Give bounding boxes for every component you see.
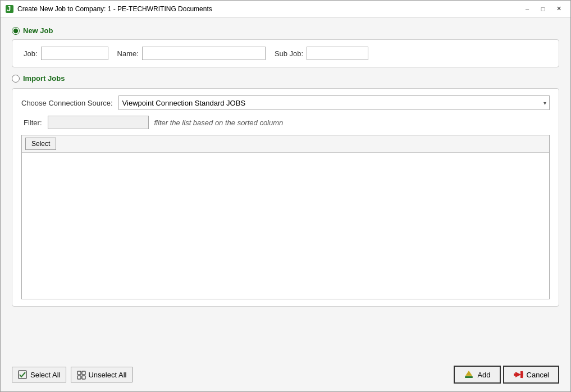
new-job-radio[interactable] [12, 27, 20, 35]
new-job-label: New Job [23, 26, 53, 35]
svg-rect-3 [77, 371, 81, 375]
minimize-button[interactable]: – [520, 3, 535, 15]
unselect-all-button[interactable]: Unselect All [71, 367, 133, 382]
main-window: J Create New Job to Company: 1 - PE-TECH… [0, 0, 571, 392]
window-title: Create New Job to Company: 1 - PE-TECHWR… [17, 5, 212, 13]
bottom-bar: Select All Unselect All [1, 360, 570, 391]
select-all-icon [18, 370, 27, 379]
select-all-button[interactable]: Select All [12, 367, 66, 382]
bottom-left-buttons: Select All Unselect All [12, 367, 133, 382]
subjob-label: Sub Job: [275, 49, 303, 58]
cancel-label: Cancel [527, 371, 549, 379]
svg-rect-4 [82, 371, 85, 375]
job-field-group: Job: [24, 47, 108, 60]
svg-rect-7 [465, 376, 473, 378]
svg-rect-6 [82, 376, 85, 379]
select-all-label: Select All [30, 371, 60, 379]
list-header: Select [22, 135, 549, 153]
svg-text:J: J [7, 4, 11, 13]
name-input[interactable] [142, 47, 266, 60]
new-job-radio-label[interactable]: New Job [12, 26, 559, 35]
new-job-section: New Job Job: Name: Sub Job: [12, 26, 559, 67]
unselect-all-label: Unselect All [88, 371, 126, 379]
connection-select-wrapper: Viewpoint Connection Standard JOBS ▾ [118, 95, 550, 110]
filter-input[interactable] [48, 116, 149, 129]
subjob-field-group: Sub Job: [275, 47, 368, 60]
select-button[interactable]: Select [25, 138, 56, 150]
import-jobs-section: Import Jobs Choose Connection Source: Vi… [12, 74, 559, 307]
add-label: Add [477, 371, 490, 379]
connection-source-select[interactable]: Viewpoint Connection Standard JOBS [118, 95, 550, 110]
filter-label: Filter: [24, 118, 42, 127]
add-button[interactable]: Add [454, 366, 500, 384]
unselect-all-icon [77, 371, 85, 379]
import-jobs-radio[interactable] [12, 75, 20, 83]
connection-source-label: Choose Connection Source: [21, 99, 113, 107]
svg-rect-5 [77, 376, 81, 379]
cancel-button[interactable]: Cancel [503, 366, 559, 384]
jobs-list-body[interactable] [22, 153, 549, 299]
close-button[interactable]: ✕ [551, 3, 566, 15]
new-job-fields: Job: Name: Sub Job: [12, 39, 559, 67]
title-bar: J Create New Job to Company: 1 - PE-TECH… [1, 1, 570, 17]
jobs-list-container: Select [21, 135, 550, 299]
import-jobs-radio-label[interactable]: Import Jobs [12, 74, 559, 83]
main-content: New Job Job: Name: Sub Job: [1, 17, 570, 360]
svg-rect-12 [514, 373, 517, 376]
app-icon: J [5, 4, 14, 13]
import-panel: Choose Connection Source: Viewpoint Conn… [12, 88, 559, 307]
job-label: Job: [24, 49, 38, 58]
subjob-input[interactable] [307, 47, 368, 60]
import-jobs-label: Import Jobs [23, 74, 65, 83]
name-label: Name: [117, 49, 139, 58]
filter-row: Filter: filter the list based on the sor… [21, 116, 550, 129]
bottom-right-buttons: Add Cancel [454, 366, 559, 384]
maximize-button[interactable]: □ [536, 3, 550, 15]
title-bar-left: J Create New Job to Company: 1 - PE-TECH… [5, 4, 212, 13]
add-icon [464, 370, 474, 380]
filter-hint: filter the list based on the sorted colu… [154, 118, 284, 127]
job-input[interactable] [41, 47, 108, 60]
connection-source-row: Choose Connection Source: Viewpoint Conn… [21, 95, 550, 110]
name-field-group: Name: [117, 47, 266, 60]
cancel-icon [513, 370, 523, 380]
svg-rect-9 [468, 373, 470, 376]
title-bar-buttons: – □ ✕ [520, 3, 566, 15]
